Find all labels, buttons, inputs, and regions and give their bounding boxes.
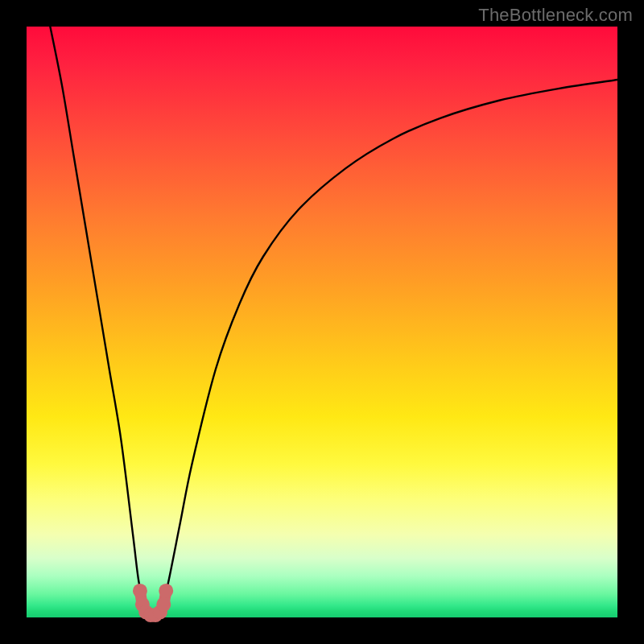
chart-frame: TheBottleneck.com bbox=[0, 0, 644, 644]
optimal-range-dot bbox=[156, 597, 171, 612]
bottleneck-curve bbox=[50, 27, 617, 616]
optimal-range-dot bbox=[133, 584, 147, 598]
plot-area bbox=[27, 27, 617, 617]
watermark-text: TheBottleneck.com bbox=[478, 5, 633, 26]
optimal-range-marker bbox=[133, 584, 173, 622]
optimal-range-dot bbox=[159, 584, 173, 598]
curve-svg bbox=[27, 27, 617, 617]
